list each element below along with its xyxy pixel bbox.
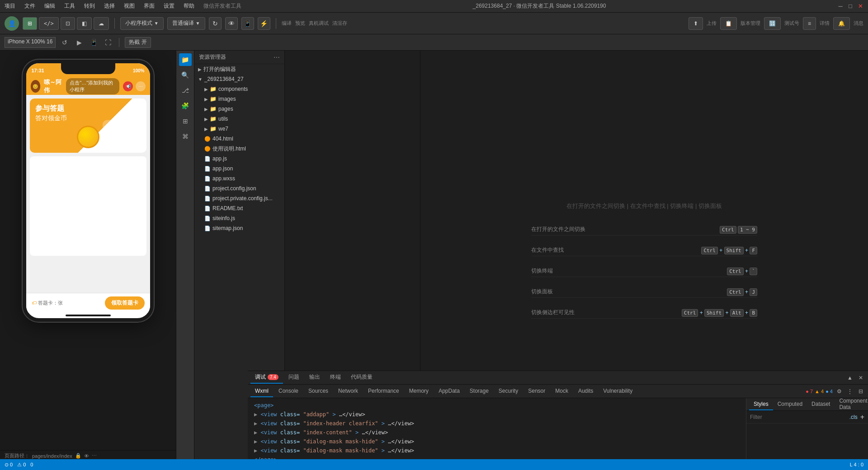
devtools-close-btn[interactable]: ✕ <box>856 373 865 382</box>
file-404[interactable]: 🟠 404.html <box>194 134 284 144</box>
panel-tab-performance[interactable]: Performance <box>363 385 404 397</box>
folder-components[interactable]: ▶ 📁 components <box>194 84 284 94</box>
phone-add-mini[interactable]: 点击"…"添加到我的小程序 <box>66 78 119 94</box>
open-editors-section[interactable]: ▶ 打开的编辑器 <box>194 64 284 74</box>
card-action-btn[interactable]: 刷余个红包 ⬆ <box>103 120 142 132</box>
cloud-btn[interactable]: ☁ <box>94 17 109 30</box>
devtools-expand-btn[interactable]: ▲ <box>845 373 854 382</box>
menu-item-settings[interactable]: 设置 <box>164 2 175 10</box>
file-usermanual[interactable]: 🟠 使用说明.html <box>194 144 284 154</box>
menu-item-project[interactable]: 项目 <box>5 2 15 10</box>
icon-grid[interactable]: ⊞ <box>179 115 192 127</box>
file-appjson[interactable]: 📄 app.json <box>194 164 284 174</box>
tab-debug[interactable]: 调试 7.4 <box>250 372 283 384</box>
panel-tab-storage[interactable]: Storage <box>465 385 493 397</box>
panel-tab-vulnerability[interactable]: Vulnerability <box>599 385 637 397</box>
panel-tab-console[interactable]: Console <box>274 385 303 397</box>
status-errors[interactable]: ⊙ 0 <box>5 462 13 468</box>
xml-line-4[interactable]: ▶ <view class= "index-content" > …</view… <box>252 428 741 437</box>
file-readme[interactable]: 📄 README.txt <box>194 203 284 213</box>
panel-tab-security[interactable]: Security <box>494 385 523 397</box>
menu-item-file[interactable]: 文件 <box>24 2 35 10</box>
filetree-menu-btn[interactable]: ⋯ <box>274 54 280 61</box>
real-device-btn[interactable]: 📱 <box>241 17 254 30</box>
devtools-settings-btn[interactable]: ⚙ <box>835 387 844 396</box>
folder-images[interactable]: ▶ 📁 images <box>194 94 284 104</box>
menu-item-edit[interactable]: 编辑 <box>44 2 55 10</box>
cls-button[interactable]: .cls <box>849 414 858 420</box>
menu-item-goto[interactable]: 转到 <box>84 2 95 10</box>
window-controls[interactable]: ─ □ ✕ <box>837 3 863 9</box>
details-btn[interactable]: ≡ <box>803 17 816 30</box>
upload-btn[interactable]: ⬆ <box>689 17 703 30</box>
simulator-btn[interactable]: ⊞ <box>23 17 37 30</box>
version-mgr-btn[interactable]: 📋 <box>720 17 737 30</box>
tab-output[interactable]: 输出 <box>305 372 325 384</box>
icon-files[interactable]: 📁 <box>179 53 192 66</box>
file-appwxss[interactable]: 📄 app.wxss <box>194 174 284 183</box>
styles-tab-styles[interactable]: Styles <box>749 399 773 410</box>
panel-tab-sources[interactable]: Sources <box>304 385 333 397</box>
panel-tab-sensor[interactable]: Sensor <box>524 385 550 397</box>
close-button[interactable]: ✕ <box>857 3 863 9</box>
file-sitemap[interactable]: 📄 sitemap.json <box>194 223 284 233</box>
fullscreen-btn[interactable]: ⛶ <box>103 37 113 48</box>
file-projectconfig[interactable]: 📄 project.config.json <box>194 183 284 193</box>
mode-selector[interactable]: 小程序模式 ▼ <box>120 17 164 30</box>
menu-item-interface[interactable]: 界面 <box>144 2 155 10</box>
menu-item-view[interactable]: 视图 <box>124 2 135 10</box>
icon-plugins[interactable]: 🧩 <box>179 99 192 112</box>
phone-icon-red[interactable]: 📢 <box>123 81 133 91</box>
xml-line-5[interactable]: ▶ <view class= "dialog-mask mask-hide" >… <box>252 437 741 446</box>
compile-selector[interactable]: 普通编译 ▼ <box>167 17 205 30</box>
devtools-more-btn[interactable]: ⋮ <box>845 387 854 396</box>
debug-btn[interactable]: ⊡ <box>61 17 75 30</box>
project-root-section[interactable]: ▼ _269213684_27 <box>194 74 284 84</box>
refresh-btn[interactable]: ↻ <box>209 17 222 30</box>
tab-terminal[interactable]: 终端 <box>326 372 345 384</box>
panel-tab-wxml[interactable]: Wxml <box>250 385 273 397</box>
rotate-btn[interactable]: ↺ <box>59 37 70 48</box>
styles-tab-computed[interactable]: Computed <box>773 399 807 410</box>
code-btn[interactable]: </> <box>39 17 59 30</box>
icon-terminal[interactable]: ⌘ <box>179 130 192 143</box>
user-avatar[interactable]: 👤 <box>5 16 19 31</box>
clear-cache-btn[interactable]: ⚡ <box>258 17 270 30</box>
device-select[interactable]: iPhone X 100% 16 <box>5 37 56 48</box>
icon-search[interactable]: 🔍 <box>179 69 192 81</box>
minimize-button[interactable]: ─ <box>837 3 844 9</box>
status-warnings[interactable]: ⚠ 0 <box>17 462 26 468</box>
maximize-button[interactable]: □ <box>847 3 854 9</box>
panel-tab-audits[interactable]: Audits <box>574 385 598 397</box>
visual-btn[interactable]: ◧ <box>77 17 92 30</box>
hotspot-btn[interactable]: 热截 开 <box>125 37 151 48</box>
styles-tab-component[interactable]: Component Data <box>835 399 868 410</box>
panel-tab-memory[interactable]: Memory <box>405 385 433 397</box>
notification-btn[interactable]: 🔔 <box>833 17 850 30</box>
devtools-dock-btn[interactable]: ⊟ <box>856 387 865 396</box>
file-siteinfo[interactable]: 📄 siteinfo.js <box>194 213 284 223</box>
styles-tab-dataset[interactable]: Dataset <box>807 399 835 410</box>
filter-input[interactable] <box>750 414 847 420</box>
xml-line-2[interactable]: ▶ <view class= "addapp" > …</view> <box>252 410 741 419</box>
xml-line-3[interactable]: ▶ <view class= "index-header clearfix" >… <box>252 419 741 428</box>
preview-eye-btn[interactable]: 👁 <box>225 17 238 30</box>
folder-utils[interactable]: ▶ 📁 utils <box>194 114 284 124</box>
menu-item-help[interactable]: 帮助 <box>184 2 194 10</box>
plus-button[interactable]: + <box>860 413 864 421</box>
play-btn[interactable]: ▶ <box>74 37 85 48</box>
menu-item-tools[interactable]: 工具 <box>64 2 75 10</box>
file-appjs[interactable]: 📄 app.js <box>194 154 284 164</box>
panel-tab-network[interactable]: Network <box>334 385 363 397</box>
folder-we7[interactable]: ▶ 📁 we7 <box>194 124 284 134</box>
xml-line-6[interactable]: ▶ <view class= "dialog-mask mask-hide" >… <box>252 446 741 455</box>
panel-tab-appdata[interactable]: AppData <box>434 385 464 397</box>
icon-git[interactable]: ⎇ <box>179 84 192 97</box>
eye-icon[interactable]: 👁 <box>84 453 89 459</box>
tab-codequality[interactable]: 代码质量 <box>346 372 377 384</box>
phone-icon-more[interactable]: ⋯ <box>136 81 146 91</box>
footer-action-btn[interactable]: 领取答题卡 <box>105 296 145 310</box>
tab-problems[interactable]: 问题 <box>284 372 304 384</box>
panel-tab-mock[interactable]: Mock <box>551 385 573 397</box>
file-projectprivate[interactable]: 📄 project.private.config.js... <box>194 193 284 203</box>
